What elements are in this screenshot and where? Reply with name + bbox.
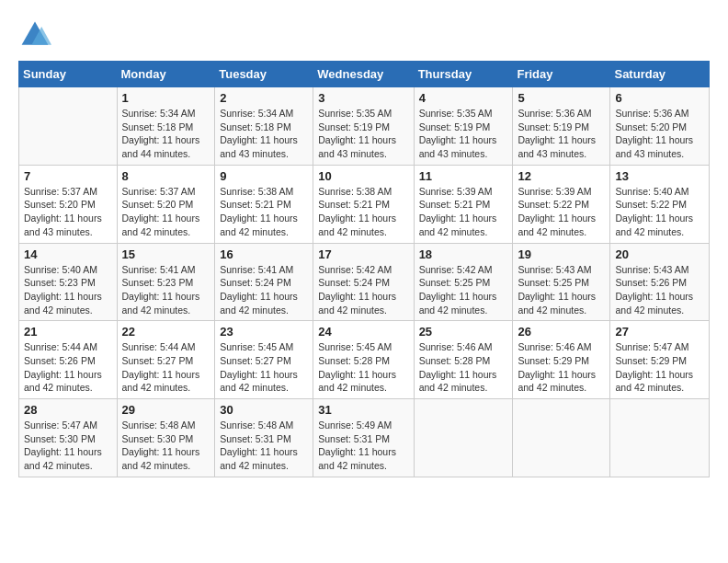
calendar-cell [610,399,710,477]
day-number: 5 [518,91,605,105]
day-number: 9 [220,169,308,183]
calendar-cell: 5Sunrise: 5:36 AMSunset: 5:19 PMDaylight… [513,87,610,166]
day-number: 26 [518,325,605,339]
day-info: Sunrise: 5:47 AMSunset: 5:30 PMDaylight:… [24,419,112,473]
calendar-body: 1Sunrise: 5:34 AMSunset: 5:18 PMDaylight… [19,87,710,477]
day-number: 15 [122,247,210,261]
calendar-table: SundayMondayTuesdayWednesdayThursdayFrid… [18,61,710,477]
day-number: 28 [24,403,112,417]
calendar-cell: 7Sunrise: 5:37 AMSunset: 5:20 PMDaylight… [19,165,118,243]
calendar-cell: 22Sunrise: 5:44 AMSunset: 5:27 PMDayligh… [117,321,215,399]
header-wednesday: Wednesday [313,62,414,87]
calendar-cell: 27Sunrise: 5:47 AMSunset: 5:29 PMDayligh… [610,321,710,399]
day-number: 4 [419,91,508,105]
day-info: Sunrise: 5:42 AMSunset: 5:25 PMDaylight:… [419,263,508,317]
header-thursday: Thursday [414,62,513,87]
header-friday: Friday [513,62,610,87]
day-number: 17 [318,247,408,261]
calendar-cell: 15Sunrise: 5:41 AMSunset: 5:23 PMDayligh… [117,243,215,321]
calendar-cell: 4Sunrise: 5:35 AMSunset: 5:19 PMDaylight… [414,87,513,166]
calendar-cell [414,399,513,477]
header-tuesday: Tuesday [215,62,313,87]
calendar-cell: 25Sunrise: 5:46 AMSunset: 5:28 PMDayligh… [414,321,513,399]
day-info: Sunrise: 5:41 AMSunset: 5:23 PMDaylight:… [122,263,210,317]
calendar-cell: 29Sunrise: 5:48 AMSunset: 5:30 PMDayligh… [117,399,215,477]
calendar-cell: 31Sunrise: 5:49 AMSunset: 5:31 PMDayligh… [313,399,414,477]
day-number: 1 [122,91,210,105]
calendar-cell: 13Sunrise: 5:40 AMSunset: 5:22 PMDayligh… [610,165,710,243]
day-info: Sunrise: 5:46 AMSunset: 5:28 PMDaylight:… [419,340,508,395]
calendar-cell: 20Sunrise: 5:43 AMSunset: 5:26 PMDayligh… [610,243,710,321]
week-row-1: 7Sunrise: 5:37 AMSunset: 5:20 PMDaylight… [19,165,710,243]
logo-icon [18,18,51,52]
calendar-cell: 18Sunrise: 5:42 AMSunset: 5:25 PMDayligh… [414,243,513,321]
day-number: 31 [318,403,408,417]
day-number: 8 [122,169,210,183]
day-info: Sunrise: 5:34 AMSunset: 5:18 PMDaylight:… [122,107,210,161]
calendar-cell: 10Sunrise: 5:38 AMSunset: 5:21 PMDayligh… [313,165,414,243]
day-info: Sunrise: 5:41 AMSunset: 5:24 PMDaylight:… [220,263,308,317]
day-info: Sunrise: 5:35 AMSunset: 5:19 PMDaylight:… [419,107,508,161]
day-number: 12 [518,169,605,183]
day-info: Sunrise: 5:47 AMSunset: 5:29 PMDaylight:… [615,340,704,395]
day-info: Sunrise: 5:48 AMSunset: 5:31 PMDaylight:… [220,419,308,473]
calendar-cell: 17Sunrise: 5:42 AMSunset: 5:24 PMDayligh… [313,243,414,321]
day-number: 21 [24,325,112,339]
day-info: Sunrise: 5:38 AMSunset: 5:21 PMDaylight:… [318,185,408,239]
logo [18,18,55,52]
calendar-cell: 21Sunrise: 5:44 AMSunset: 5:26 PMDayligh… [19,321,118,399]
day-number: 29 [122,403,210,417]
day-info: Sunrise: 5:37 AMSunset: 5:20 PMDaylight:… [122,185,210,239]
calendar-cell: 26Sunrise: 5:46 AMSunset: 5:29 PMDayligh… [513,321,610,399]
day-info: Sunrise: 5:43 AMSunset: 5:25 PMDaylight:… [518,263,605,317]
day-number: 6 [615,91,704,105]
day-number: 3 [318,91,408,105]
calendar-cell: 30Sunrise: 5:48 AMSunset: 5:31 PMDayligh… [215,399,313,477]
day-number: 13 [615,169,704,183]
day-number: 25 [419,325,508,339]
header-saturday: Saturday [610,62,710,87]
day-info: Sunrise: 5:46 AMSunset: 5:29 PMDaylight:… [518,340,605,395]
day-number: 7 [24,169,112,183]
day-info: Sunrise: 5:38 AMSunset: 5:21 PMDaylight:… [220,185,308,239]
day-info: Sunrise: 5:39 AMSunset: 5:21 PMDaylight:… [419,185,508,239]
day-number: 11 [419,169,508,183]
calendar-cell: 3Sunrise: 5:35 AMSunset: 5:19 PMDaylight… [313,87,414,166]
calendar-cell: 23Sunrise: 5:45 AMSunset: 5:27 PMDayligh… [215,321,313,399]
day-number: 18 [419,247,508,261]
day-number: 30 [220,403,308,417]
day-number: 23 [220,325,308,339]
day-number: 22 [122,325,210,339]
day-info: Sunrise: 5:36 AMSunset: 5:19 PMDaylight:… [518,107,605,161]
calendar-cell: 2Sunrise: 5:34 AMSunset: 5:18 PMDaylight… [215,87,313,166]
day-info: Sunrise: 5:44 AMSunset: 5:27 PMDaylight:… [122,340,210,395]
day-number: 20 [615,247,704,261]
calendar-cell: 14Sunrise: 5:40 AMSunset: 5:23 PMDayligh… [19,243,118,321]
day-number: 19 [518,247,605,261]
week-row-3: 21Sunrise: 5:44 AMSunset: 5:26 PMDayligh… [19,321,710,399]
calendar-cell: 1Sunrise: 5:34 AMSunset: 5:18 PMDaylight… [117,87,215,166]
day-info: Sunrise: 5:40 AMSunset: 5:22 PMDaylight:… [615,185,704,239]
calendar-cell [19,87,118,166]
calendar-cell: 12Sunrise: 5:39 AMSunset: 5:22 PMDayligh… [513,165,610,243]
calendar-header: SundayMondayTuesdayWednesdayThursdayFrid… [19,62,710,87]
day-number: 2 [220,91,308,105]
day-info: Sunrise: 5:36 AMSunset: 5:20 PMDaylight:… [615,107,704,161]
day-info: Sunrise: 5:48 AMSunset: 5:30 PMDaylight:… [122,419,210,473]
day-info: Sunrise: 5:49 AMSunset: 5:31 PMDaylight:… [318,419,408,473]
day-info: Sunrise: 5:45 AMSunset: 5:27 PMDaylight:… [220,340,308,395]
week-row-0: 1Sunrise: 5:34 AMSunset: 5:18 PMDaylight… [19,87,710,166]
day-number: 27 [615,325,704,339]
day-number: 10 [318,169,408,183]
calendar-cell: 11Sunrise: 5:39 AMSunset: 5:21 PMDayligh… [414,165,513,243]
calendar-cell: 6Sunrise: 5:36 AMSunset: 5:20 PMDaylight… [610,87,710,166]
day-info: Sunrise: 5:43 AMSunset: 5:26 PMDaylight:… [615,263,704,317]
day-info: Sunrise: 5:40 AMSunset: 5:23 PMDaylight:… [24,263,112,317]
header-row: SundayMondayTuesdayWednesdayThursdayFrid… [19,62,710,87]
day-info: Sunrise: 5:37 AMSunset: 5:20 PMDaylight:… [24,185,112,239]
header-monday: Monday [117,62,215,87]
day-number: 24 [318,325,408,339]
header-sunday: Sunday [19,62,118,87]
day-info: Sunrise: 5:44 AMSunset: 5:26 PMDaylight:… [24,340,112,395]
calendar-cell: 16Sunrise: 5:41 AMSunset: 5:24 PMDayligh… [215,243,313,321]
